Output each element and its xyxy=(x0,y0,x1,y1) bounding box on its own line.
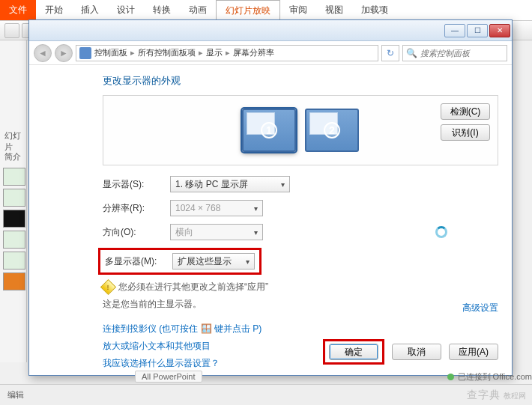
ribbon-tab-slideshow[interactable]: 幻灯片放映 xyxy=(216,0,280,20)
search-icon: 🔍 xyxy=(406,48,417,58)
refresh-button[interactable]: ↻ xyxy=(381,45,399,61)
page-title: 更改显示器的外观 xyxy=(103,74,498,88)
dialog-buttons: 确定 取消 应用(A) xyxy=(323,339,498,365)
monitor-1[interactable]: 1 xyxy=(242,109,296,152)
monitor-preview-panel: 1 2 检测(C) 识别(I) xyxy=(103,95,498,165)
resolution-label: 分辨率(R): xyxy=(103,202,170,215)
breadcrumb-item[interactable]: 屏幕分辨率 xyxy=(233,47,274,58)
nav-back-button[interactable]: ◄ xyxy=(34,44,52,62)
screen-resolution-window: — ☐ ✕ ◄ ► 控制面板▸ 所有控制面板项▸ 显示▸ 屏幕分辨率 ↻ 🔍 更… xyxy=(28,19,513,376)
nav-forward-button: ► xyxy=(55,44,73,62)
orientation-label: 方向(O): xyxy=(103,226,170,239)
cancel-button[interactable]: 取消 xyxy=(392,344,441,360)
slides-tab-label[interactable]: 幻灯片 xyxy=(4,130,26,153)
slide-thumbnails xyxy=(3,168,25,293)
minimize-button[interactable]: — xyxy=(444,24,465,37)
ribbon-tab-addins[interactable]: 加载项 xyxy=(352,0,397,20)
watermark: 查字典教程网 xyxy=(467,389,526,402)
projector-link[interactable]: 连接到投影仪 (也可按住 🪟 键并点击 P) xyxy=(103,323,498,335)
apply-button[interactable]: 应用(A) xyxy=(449,344,498,360)
ribbon-tab-design[interactable]: 设计 xyxy=(108,0,144,20)
ribbon-tab-animations[interactable]: 动画 xyxy=(180,0,216,20)
ribbon-tab-view[interactable]: 视图 xyxy=(316,0,352,20)
edit-mode-label: 编辑 xyxy=(7,389,24,401)
breadcrumb-item[interactable]: 控制面板 xyxy=(94,47,127,58)
orientation-row: 方向(O): 横向 xyxy=(103,224,498,240)
warning-text: 您必须在进行其他更改之前选择“应用” xyxy=(118,281,268,293)
primary-display-note: 这是您当前的主显示器。 xyxy=(103,298,498,311)
slide-thumb[interactable] xyxy=(3,272,25,290)
detect-button[interactable]: 检测(C) xyxy=(441,103,490,120)
monitor-number: 1 xyxy=(261,122,277,138)
loading-spinner-icon xyxy=(435,226,447,238)
breadcrumb-item[interactable]: 显示 xyxy=(206,47,223,58)
resolution-row: 分辨率(R): 1024 × 768 xyxy=(103,200,498,216)
ribbon-tab-insert[interactable]: 插入 xyxy=(72,0,108,20)
ribbon-tab-home[interactable]: 开始 xyxy=(36,0,72,20)
display-label: 显示器(S): xyxy=(103,178,170,191)
display-select[interactable]: 1. 移动 PC 显示屏 xyxy=(170,176,290,192)
toolbar-button[interactable] xyxy=(4,23,19,38)
slide-thumb[interactable] xyxy=(3,252,25,270)
breadcrumb[interactable]: 控制面板▸ 所有控制面板项▸ 显示▸ 屏幕分辨率 xyxy=(76,45,378,61)
monitor-2[interactable]: 2 xyxy=(305,109,359,152)
connection-label: 已连接到 Office.com xyxy=(458,371,532,383)
maximize-button[interactable]: ☐ xyxy=(467,24,488,37)
slide-thumb[interactable] xyxy=(3,168,25,186)
multi-display-label: 多显示器(M): xyxy=(105,255,172,268)
slide-thumb[interactable] xyxy=(3,231,25,249)
status-bar: 编辑 xyxy=(0,384,532,405)
breadcrumb-item[interactable]: 所有控制面板项 xyxy=(138,47,196,58)
slide-thumb[interactable] xyxy=(3,210,25,228)
titlebar: — ☐ ✕ xyxy=(29,20,512,41)
multi-display-select[interactable]: 扩展这些显示 xyxy=(172,253,255,270)
slide-panel: 幻灯片 简介 xyxy=(0,40,27,362)
close-button[interactable]: ✕ xyxy=(489,24,510,37)
content-area: 更改显示器的外观 1 2 检测(C) 识别(I) 显示器(S): 1. 移动 P… xyxy=(29,65,512,383)
search-input[interactable] xyxy=(420,49,504,58)
connection-dot-icon xyxy=(447,374,454,380)
slide-thumb[interactable] xyxy=(3,189,25,207)
advanced-settings-link[interactable]: 高级设置 xyxy=(462,302,498,314)
control-panel-icon xyxy=(79,47,91,59)
resolution-select[interactable]: 1024 × 768 xyxy=(170,200,263,216)
ribbon-tab-file[interactable]: 文件 xyxy=(0,0,36,20)
monitor-number: 2 xyxy=(324,122,340,138)
ribbon: 文件 开始 插入 设计 转换 动画 幻灯片放映 审阅 视图 加载项 xyxy=(0,0,532,21)
address-bar: ◄ ► 控制面板▸ 所有控制面板项▸ 显示▸ 屏幕分辨率 ↻ 🔍 xyxy=(29,41,512,65)
ribbon-tab-transitions[interactable]: 转换 xyxy=(144,0,180,20)
identify-button[interactable]: 识别(I) xyxy=(441,124,490,141)
ribbon-tab-review[interactable]: 审阅 xyxy=(280,0,316,20)
bg-info-bar: All PowerPoint 已连接到 Office.com xyxy=(135,369,532,384)
display-row: 显示器(S): 1. 移动 PC 显示屏 xyxy=(103,176,498,192)
all-powerpoint-label: All PowerPoint xyxy=(135,371,202,383)
multi-display-highlight: 多显示器(M): 扩展这些显示 xyxy=(98,248,262,275)
ok-button[interactable]: 确定 xyxy=(329,344,378,360)
orientation-select[interactable]: 横向 xyxy=(170,224,263,240)
apply-warning: ! 您必须在进行其他更改之前选择“应用” xyxy=(103,281,498,293)
search-box[interactable]: 🔍 xyxy=(402,45,507,61)
ok-button-highlight: 确定 xyxy=(323,339,384,365)
warning-icon: ! xyxy=(100,279,116,295)
outline-tab-label[interactable]: 简介 xyxy=(4,151,21,162)
